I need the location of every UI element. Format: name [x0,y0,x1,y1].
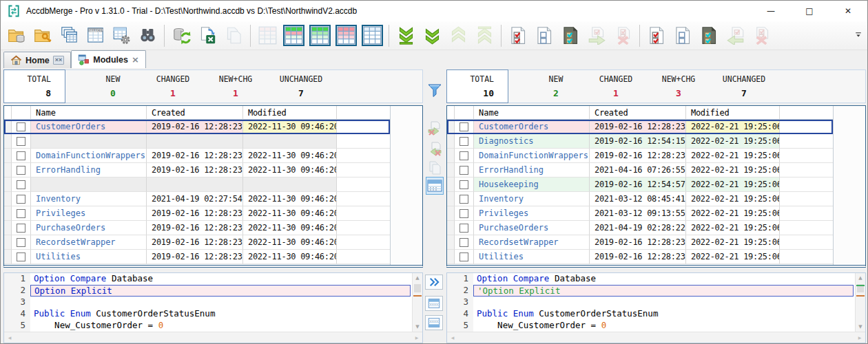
module-name-cell[interactable]: DomainFunctionWrappers [474,149,590,163]
table-row[interactable] [4,178,390,192]
row-checkbox[interactable] [17,137,25,146]
open-right-database-button[interactable] [30,23,56,49]
table-row[interactable]: CustomerOrders2019-02-16 12:28:232022-11… [4,120,390,134]
row-checkbox[interactable] [459,122,468,131]
sql-compare-button[interactable]: SELECT* [82,23,108,49]
module-name-cell[interactable]: Inventory [474,192,590,206]
row-checkbox[interactable] [459,224,468,233]
goto-last-difference-button[interactable] [393,23,419,49]
scroll-both-bottom-button[interactable] [425,315,443,330]
table-row[interactable]: ErrorHandling2021-04-16 07:26:552022-02-… [447,163,833,178]
row-selector[interactable] [4,206,12,221]
table-row[interactable]: Utilities2019-02-16 12:28:232022-02-21 1… [447,250,833,264]
module-name-cell[interactable]: Utilities [31,250,147,264]
row-selector[interactable] [447,120,455,134]
scroll-down-icon[interactable]: ▼ [413,322,422,332]
right-code-hscrollbar[interactable]: ◀ ▶ [447,332,865,343]
minimize-button[interactable]: — [752,1,790,21]
column-header-modified[interactable]: Modified [243,106,337,120]
row-selector[interactable] [4,134,12,149]
table-row[interactable]: Inventory2021-04-19 02:27:542022-11-30 0… [4,192,390,206]
row-selector[interactable] [447,192,455,206]
scroll-both-top-button[interactable] [425,296,443,311]
row-checkbox[interactable] [17,238,25,247]
tab-modules[interactable]: Modules × [71,50,146,68]
module-name-cell[interactable]: Privileges [474,206,590,221]
module-name-cell[interactable]: PurchaseOrders [474,221,590,235]
module-name-cell[interactable] [31,134,147,149]
table-row[interactable]: Utilities2019-02-16 12:28:232022-11-30 0… [4,250,390,264]
row-selector[interactable] [447,163,455,178]
column-header-name[interactable]: Name [474,106,590,120]
module-name-cell[interactable]: ErrorHandling [31,163,147,178]
table-row[interactable]: Inventory2021-03-12 08:45:412022-02-21 1… [447,192,833,206]
tab-close-icon[interactable]: × [132,55,139,64]
module-name-cell[interactable] [31,178,147,192]
row-checkbox[interactable] [459,180,468,189]
row-selector[interactable] [447,235,455,250]
invert-checks-left-button[interactable] [557,23,583,49]
tab-home[interactable]: Home ×× [3,52,71,68]
table-row[interactable]: RecordsetWrapper2019-02-16 12:28:232022-… [447,235,833,250]
row-selector[interactable] [4,221,12,235]
row-checkbox[interactable] [459,195,468,204]
row-checkbox[interactable] [459,238,468,247]
row-checkbox[interactable] [17,209,25,218]
uncheck-all-left-button[interactable] [531,23,557,49]
expand-code-view-button[interactable] [425,275,443,290]
row-selector[interactable] [4,163,12,178]
row-selector[interactable] [447,178,455,192]
module-name-cell[interactable]: Housekeeping [474,178,590,192]
row-selector[interactable] [447,250,455,264]
row-selector[interactable] [447,221,455,235]
table-row[interactable]: CustomerOrders2019-02-16 12:28:232022-02… [447,120,833,134]
row-checkbox[interactable] [17,224,25,233]
row-checkbox[interactable] [459,209,468,218]
uncheck-all-right-button[interactable] [670,23,696,49]
row-checkbox[interactable] [17,180,25,189]
row-selector[interactable] [447,149,455,163]
checkbox-column-header[interactable] [12,106,31,120]
row-checkbox[interactable] [17,252,25,261]
column-header-modified[interactable]: Modified [686,106,780,120]
filter-unchanged-button[interactable] [359,23,385,49]
row-checkbox[interactable] [17,151,25,160]
row-checkbox[interactable] [459,252,468,261]
left-code-hscrollbar[interactable]: ◀ ▶ [4,332,422,343]
row-checkbox[interactable] [459,166,468,175]
module-name-cell[interactable]: RecordsetWrapper [31,235,147,250]
comparison-options-button[interactable] [108,23,134,49]
maximize-button[interactable]: □ [790,1,829,21]
module-name-cell[interactable]: ErrorHandling [474,163,590,178]
filter-new-button[interactable] [307,23,333,49]
right-code-vscrollbar[interactable]: ▲ ▼ [855,273,865,332]
filter-funnel-icon[interactable] [427,83,442,98]
table-row[interactable]: PurchaseOrders2019-02-16 12:28:232022-11… [4,221,390,235]
toggle-details-view-button[interactable] [426,177,444,195]
row-selector[interactable] [447,206,455,221]
row-checkbox[interactable] [17,195,25,204]
table-row[interactable]: PurchaseOrders2021-04-19 02:28:222022-02… [447,221,833,235]
module-name-cell[interactable]: PurchaseOrders [31,221,147,235]
toolbar-options-button[interactable] [852,27,865,42]
column-header-name[interactable]: Name [31,106,147,120]
row-checkbox[interactable] [459,151,468,160]
module-name-cell[interactable]: Inventory [31,192,147,206]
row-selector[interactable] [447,134,455,149]
module-name-cell[interactable]: Privileges [31,206,147,221]
open-left-database-button[interactable] [3,23,30,49]
scroll-up-icon[interactable]: ▲ [856,273,865,283]
goto-next-difference-button[interactable] [419,23,445,49]
table-row[interactable]: Privileges2021-03-12 09:13:552022-02-21 … [447,206,833,221]
table-row[interactable]: Diagnostics2019-02-16 12:54:152022-02-21… [447,134,833,149]
filter-new-and-changed-button[interactable] [280,23,307,49]
filter-changed-button[interactable] [333,23,359,49]
row-checkbox[interactable] [17,122,25,131]
checkbox-column-header[interactable] [455,106,474,120]
table-row[interactable]: DomainFunctionWrappers2019-02-16 12:28:2… [4,149,390,163]
row-checkbox[interactable] [459,137,468,146]
table-row[interactable]: ErrorHandling2019-02-16 12:28:232022-11-… [4,163,390,178]
scroll-left-icon[interactable]: ◀ [447,332,458,343]
scroll-up-icon[interactable]: ▲ [413,273,422,283]
compare-objects-button[interactable] [56,23,82,49]
